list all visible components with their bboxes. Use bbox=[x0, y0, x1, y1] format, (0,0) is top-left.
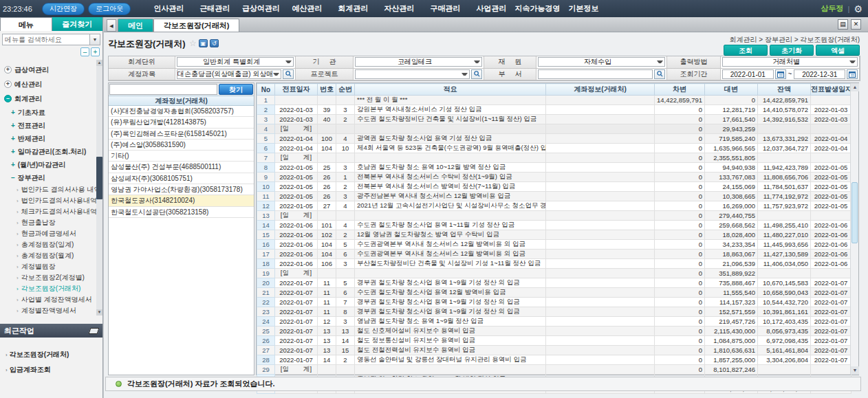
menu-tree-item[interactable]: 예산관리 bbox=[0, 77, 96, 91]
ledger-row[interactable]: 10 2022-01-05 26 2 전북본부 역사내 청소서비스 방역비 정산… bbox=[257, 182, 851, 192]
reset-button[interactable]: 초기화 bbox=[770, 45, 814, 56]
global-menu-item[interactable]: 사업관리 bbox=[468, 3, 514, 14]
ledger-scrollbar[interactable]: ▲ ▼ bbox=[850, 83, 858, 375]
period-to-input[interactable]: 2022-12-31 bbox=[794, 69, 845, 79]
sidebar-scroll-thumb[interactable] bbox=[96, 157, 102, 199]
ledger-row[interactable]: 4 [일 계] 0 29,943,259 bbox=[257, 124, 851, 134]
project-search-icon[interactable] bbox=[471, 69, 482, 79]
menu-tree-item[interactable]: 현금과예금명세서 bbox=[0, 228, 96, 239]
menu-tree-item[interactable]: 계정별원장 bbox=[0, 261, 96, 272]
scroll-down-icon[interactable]: ▼ bbox=[96, 309, 102, 316]
col-debit[interactable]: 차변 bbox=[655, 84, 705, 96]
global-menu-item[interactable]: 예산관리 bbox=[284, 3, 330, 14]
account-title-select[interactable]: 대손충당금(외상매출금) 외상매출금 bbox=[177, 69, 281, 79]
account-list-item[interactable]: (주)록인김해레스포타운(6158145021) bbox=[109, 129, 254, 140]
global-menu-item[interactable]: 지속가능경영 bbox=[514, 3, 561, 14]
expand-all-button[interactable]: + bbox=[91, 47, 100, 56]
tab-main[interactable]: 메인 bbox=[118, 19, 153, 32]
scroll-up-icon[interactable]: ▲ bbox=[851, 83, 859, 91]
menu-tree-item[interactable]: 전표관리 bbox=[0, 119, 96, 132]
refresh-window-icon[interactable]: ↺ bbox=[210, 39, 219, 47]
global-menu-item[interactable]: 급상여관리 bbox=[238, 3, 284, 14]
sidebar-scrollbar[interactable]: ▲ ▼ bbox=[96, 60, 102, 316]
accounting-unit-select[interactable]: 일반회계 특별회계 bbox=[177, 57, 294, 67]
account-list-item[interactable]: (사)대전충남경영자총협회(3058203757) bbox=[109, 106, 254, 117]
menu-tree-item[interactable]: 사업별 계정잔액명세서 bbox=[0, 294, 96, 305]
col-account-info[interactable]: 계좌정보(거래처) bbox=[546, 84, 655, 96]
ledger-row[interactable]: 17 2022-01-06 104 6 수도권광역본부 역사내 청소서비스 12… bbox=[257, 250, 851, 259]
account-list-item[interactable]: (유)무림산업개발(4128143875) bbox=[109, 117, 254, 128]
calendar-icon[interactable] bbox=[847, 69, 858, 79]
col-no[interactable]: No bbox=[257, 84, 275, 96]
col-balance[interactable]: 잔액 bbox=[758, 84, 811, 96]
recent-task-item[interactable]: 각보조원장(거래처) bbox=[0, 347, 102, 362]
accounts-filter-input[interactable] bbox=[109, 84, 217, 95]
ledger-row[interactable]: 6 2022-01-04 104 10 제4회 서울역 등 523동 건축물(수… bbox=[257, 144, 851, 153]
collapse-all-button[interactable]: – bbox=[80, 47, 89, 56]
scroll-down-icon[interactable]: ▼ bbox=[851, 366, 859, 375]
project-select[interactable] bbox=[355, 69, 470, 79]
menu-tree-item[interactable]: 계정별잔액명세서 bbox=[0, 305, 96, 316]
account-list-item[interactable]: 한국철도공사(3148210024) bbox=[109, 195, 254, 206]
favorite-star-icon[interactable]: ☆ bbox=[189, 38, 197, 48]
ledger-row[interactable]: 15 2022-01-06 102 2 12월 영남권 철도차량청소 방역 업무… bbox=[257, 230, 851, 240]
ledger-row[interactable]: 18 2022-01-06 106 3 부산철도차량정비단 건축물 및 시설장비… bbox=[257, 259, 851, 269]
ledger-row[interactable]: 24 2022-01-07 12 3 영남권 철도차량 청소 용역 1~9월 정… bbox=[257, 317, 851, 327]
ledger-row[interactable]: 1 *** 전 월 이 월 *** 14,422,859,791 0 14,42… bbox=[257, 96, 851, 105]
global-menu-item[interactable]: 인사관리 bbox=[146, 3, 192, 14]
ledger-row[interactable]: 20 2022-01-07 11 5 경부권 철도차량 청소사업 용역 1~9월… bbox=[257, 278, 851, 288]
tab-list-icon[interactable]: ▤ bbox=[838, 19, 848, 30]
fund-select[interactable]: 자체수입 bbox=[538, 57, 665, 67]
ledger-row[interactable]: 7 [일 계] 0 2,355,551,805 bbox=[257, 153, 851, 163]
ledger-row[interactable]: 11 2022-01-05 26 3 광주전남본부 역사내 청소서비스 12월 … bbox=[257, 192, 851, 201]
find-button[interactable]: 찾기 bbox=[219, 84, 253, 95]
ledger-scroll-thumb[interactable] bbox=[851, 182, 858, 243]
menu-tree-item[interactable]: 총계정원장(월계) bbox=[0, 250, 96, 261]
menu-tree-item[interactable]: 체크카드결의서사용내역 bbox=[0, 206, 96, 217]
calendar-icon[interactable] bbox=[775, 69, 786, 79]
tab-back-icon[interactable]: ◀ bbox=[107, 19, 116, 32]
tab-favorites[interactable]: 즐겨찾기 bbox=[52, 17, 103, 31]
menu-search-input[interactable] bbox=[2, 34, 90, 45]
menu-tree-item[interactable]: 각보조원장(거래처) bbox=[0, 283, 96, 294]
ledger-row[interactable]: 16 2022-01-06 104 5 수도권광역본부 역사내 청소서비스 12… bbox=[257, 240, 851, 250]
ledger-row[interactable]: 14 2022-01-06 101 4 수도권 철도차량 청소사업 용역 1~1… bbox=[257, 221, 851, 230]
clear-recent-icon[interactable] bbox=[89, 328, 100, 334]
recent-task-item[interactable]: 입금계좌조회 bbox=[0, 362, 102, 377]
menu-tree-item[interactable]: 반제관리 bbox=[0, 132, 96, 145]
account-list-item[interactable]: 기타() bbox=[109, 151, 254, 162]
ledger-row[interactable]: 9 2022-01-05 26 1 전북본부 역사내 청소서비스 수탁비 정산(… bbox=[257, 173, 851, 182]
account-list-item[interactable]: 영남권 가야사업소(차량환경)(3058173178) bbox=[109, 184, 254, 195]
col-voucher-gen-date[interactable]: 전표발생일자 bbox=[811, 84, 851, 96]
col-description[interactable]: 적요 bbox=[355, 84, 546, 96]
ledger-row[interactable]: 13 [일 계] 0 279,440,755 bbox=[257, 211, 851, 221]
menu-tree-item[interactable]: 기초자료 bbox=[0, 106, 96, 119]
col-number[interactable]: 번호 bbox=[318, 84, 336, 96]
ledger-row[interactable]: 12 2022-01-05 27 4 2021년 12월 고속시설전기사업단 및… bbox=[257, 201, 851, 211]
menu-tree-item[interactable]: 법인카드 결의서사용 내역 bbox=[0, 184, 96, 195]
settings-gear-icon[interactable]: ⚙ bbox=[854, 3, 862, 14]
menu-tree-item[interactable]: (월/년)마감관리 bbox=[0, 158, 96, 171]
menu-tree-item[interactable]: 회계관리 bbox=[0, 91, 96, 106]
menu-tree-item[interactable]: 법인카드결의서사용내역2 bbox=[0, 195, 96, 206]
excel-button[interactable]: 엑셀 bbox=[816, 45, 860, 56]
search-button[interactable]: 조회 bbox=[724, 45, 768, 56]
ledger-row[interactable]: 5 2022-01-04 100 4 광역권 철도차량 청소사업 용역 기성 정… bbox=[257, 134, 851, 144]
account-list-item[interactable]: 한국철도시설공단(3058213158) bbox=[109, 207, 254, 218]
ledger-row[interactable]: 25 2022-01-07 13 13 철도 신호제어설비 유지보수 용역비 입… bbox=[257, 327, 851, 336]
period-from-input[interactable]: 2022-01-01 bbox=[722, 69, 774, 79]
menu-tree-item[interactable]: 장부관리 bbox=[0, 171, 96, 184]
tab-subledger[interactable]: 각보조원장(거래처) bbox=[153, 19, 239, 32]
global-menu-item[interactable]: 회계관리 bbox=[330, 3, 376, 14]
col-seq[interactable]: 순번 bbox=[336, 84, 355, 96]
global-menu-item[interactable]: 기본정보 bbox=[561, 3, 607, 14]
ledger-row[interactable]: 8 2022-01-05 25 3 호남권 철도차량 청소 용역 10~12월 … bbox=[257, 163, 851, 173]
dept-input[interactable] bbox=[538, 69, 653, 79]
account-list-item[interactable]: 삼성페자(주)(3068105751) bbox=[109, 173, 254, 184]
menu-tree-item[interactable]: 각보조원장2(계정별) bbox=[0, 272, 96, 283]
dept-search-icon[interactable] bbox=[654, 69, 665, 79]
menu-search-dropdown-icon[interactable]: ▼ bbox=[90, 34, 100, 45]
account-list-item[interactable]: 삼성물산(주) 건설부문(4688500111) bbox=[109, 162, 254, 173]
ledger-row[interactable]: 26 2022-01-07 13 14 철도 정보통신설비 유지보수 용역비 입… bbox=[257, 336, 851, 346]
account-list-item[interactable]: (주)예스알(3058631590) bbox=[109, 140, 254, 151]
